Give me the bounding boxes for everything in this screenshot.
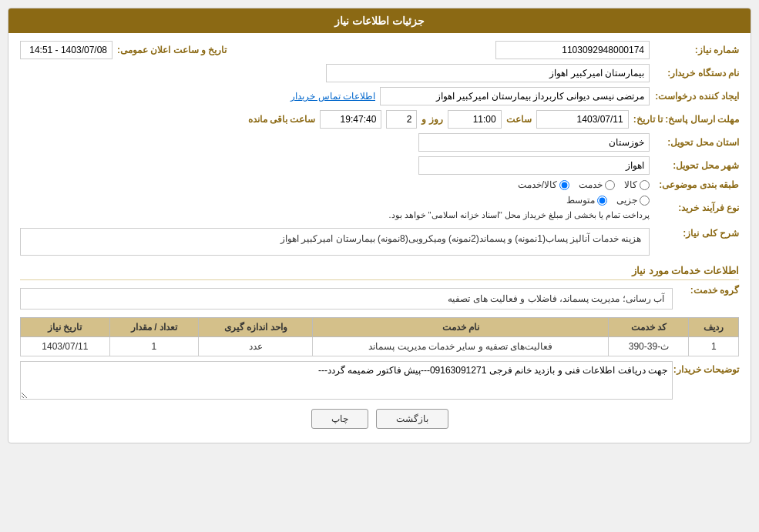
page-container: جزئیات اطلاعات نیاز شماره نیاز: تاریخ و … (0, 0, 759, 532)
announcement-date-label: تاریخ و ساعت اعلان عمومی: (117, 45, 227, 55)
purchase-type-radio-group: جزیی متوسط (388, 195, 650, 206)
col-code: کد خدمت (609, 318, 689, 337)
service-group-value: آب رسانی؛ مدیریت پسماند، فاضلاب و فعالیت… (448, 293, 664, 304)
purchase-partial-item: جزیی (616, 195, 650, 206)
purchase-medium-radio[interactable] (597, 196, 607, 206)
category-kala-khedmat-item: کالا/خدمت (518, 179, 569, 190)
deadline-remaining-input[interactable] (320, 110, 381, 129)
purchase-note: پرداخت تمام یا بخشی از مبلغ خریداز محل "… (388, 210, 650, 220)
category-row: طبقه بندی موضوعی: کالا خدمت کالا/خدمت (20, 179, 739, 190)
description-label: شرح کلی نیاز: (654, 225, 739, 239)
province-row: استان محل تحویل: (20, 133, 739, 152)
deadline-label: مهلت ارسال پاسخ: تا تاریخ: (633, 114, 739, 125)
category-kala-khedmat-label: کالا/خدمت (518, 179, 557, 190)
purchase-type-row: نوع فرآیند خرید: جزیی متوسط پرداخت تمام … (20, 195, 739, 220)
cell-name: فعالیت‌های تصفیه و سایر خدمات مدیریت پسم… (313, 337, 609, 356)
creator-link[interactable]: اطلاعات تماس خریدار (291, 91, 375, 102)
category-kala-radio[interactable] (640, 180, 650, 190)
services-table: ردیف کد خدمت نام خدمت واحد اندازه گیری ت… (20, 317, 739, 356)
deadline-days-input[interactable] (386, 110, 417, 129)
province-input[interactable] (418, 133, 650, 152)
city-row: شهر محل تحویل: (20, 156, 739, 175)
cell-unit: عدد (199, 337, 313, 356)
creator-row: ایجاد کننده درخواست: اطلاعات تماس خریدار (20, 87, 739, 105)
services-section-title: اطلاعات خدمات مورد نیاز (20, 265, 739, 280)
service-group-box: آب رسانی؛ مدیریت پسماند، فاضلاب و فعالیت… (20, 288, 673, 309)
button-row: بازگشت چاپ (20, 409, 739, 435)
need-number-label: شماره نیاز: (654, 45, 739, 55)
announcement-date-input[interactable] (20, 41, 113, 59)
buyer-name-label: نام دستگاه خریدار: (654, 68, 739, 79)
description-box: هزینه خدمات آنالیز پساب(1نمونه) و پسماند… (20, 228, 650, 256)
col-date: تاریخ نیاز (21, 318, 110, 337)
need-number-input[interactable] (495, 41, 650, 59)
buyer-name-row: نام دستگاه خریدار: (20, 64, 739, 82)
card-body: شماره نیاز: تاریخ و ساعت اعلان عمومی: نا… (8, 33, 751, 443)
deadline-row: مهلت ارسال پاسخ: تا تاریخ: ساعت روز و سا… (20, 110, 739, 129)
province-label: استان محل تحویل: (654, 137, 739, 148)
card-header: جزئیات اطلاعات نیاز (8, 8, 751, 33)
cell-row: 1 (689, 337, 739, 356)
purchase-partial-label: جزیی (616, 195, 637, 206)
category-label: طبقه بندی موضوعی: (654, 179, 739, 190)
city-label: شهر محل تحویل: (654, 160, 739, 171)
cell-code: ث-39-390 (609, 337, 689, 356)
buyer-notes-row: توضیحات خریدار: (20, 361, 739, 400)
deadline-time-label: ساعت (506, 114, 532, 125)
cell-date: 1403/07/11 (21, 337, 110, 356)
category-kala-khedmat-radio[interactable] (559, 180, 569, 190)
deadline-remaining-label: ساعت باقی مانده (248, 114, 316, 125)
purchase-partial-radio[interactable] (640, 196, 650, 206)
buyer-notes-textarea[interactable] (20, 361, 673, 400)
page-title: جزئیات اطلاعات نیاز (334, 15, 425, 27)
col-name: نام خدمت (313, 318, 609, 337)
cell-quantity: 1 (109, 337, 199, 356)
buyer-notes-label: توضیحات خریدار: (677, 361, 739, 375)
category-khedmat-label: خدمت (579, 179, 603, 190)
purchase-medium-label: متوسط (566, 195, 595, 206)
service-group-row: گروه خدمت: آب رسانی؛ مدیریت پسماند، فاضل… (20, 285, 739, 313)
category-kala-label: کالا (624, 179, 637, 190)
category-khedmat-radio[interactable] (605, 180, 615, 190)
col-unit: واحد اندازه گیری (199, 318, 313, 337)
category-khedmat-item: خدمت (579, 179, 615, 190)
col-quantity: تعداد / مقدار (109, 318, 199, 337)
category-kala-item: کالا (624, 179, 650, 190)
description-text: هزینه خدمات آنالیز پساب(1نمونه) و پسماند… (280, 233, 641, 244)
service-group-label: گروه خدمت: (677, 285, 739, 296)
main-card: جزئیات اطلاعات نیاز شماره نیاز: تاریخ و … (8, 8, 751, 443)
deadline-days-label: روز و (421, 114, 442, 125)
table-header-row: ردیف کد خدمت نام خدمت واحد اندازه گیری ت… (21, 318, 739, 337)
purchase-medium-item: متوسط (566, 195, 607, 206)
print-button[interactable]: چاپ (311, 409, 368, 429)
back-button[interactable]: بازگشت (376, 409, 448, 429)
buyer-name-input[interactable] (326, 64, 650, 82)
deadline-date-input[interactable] (536, 110, 629, 129)
purchase-type-label: نوع فرآیند خرید: (654, 202, 739, 213)
deadline-time-input[interactable] (448, 110, 502, 129)
creator-input[interactable] (380, 87, 650, 105)
col-row: ردیف (689, 318, 739, 337)
table-row: 1 ث-39-390 فعالیت‌های تصفیه و سایر خدمات… (21, 337, 739, 356)
city-input[interactable] (418, 156, 650, 175)
category-radio-group: کالا خدمت کالا/خدمت (518, 179, 650, 190)
creator-label: ایجاد کننده درخواست: (654, 91, 739, 102)
need-number-row: شماره نیاز: تاریخ و ساعت اعلان عمومی: (20, 41, 739, 59)
description-row: شرح کلی نیاز: هزینه خدمات آنالیز پساب(1ن… (20, 225, 739, 259)
